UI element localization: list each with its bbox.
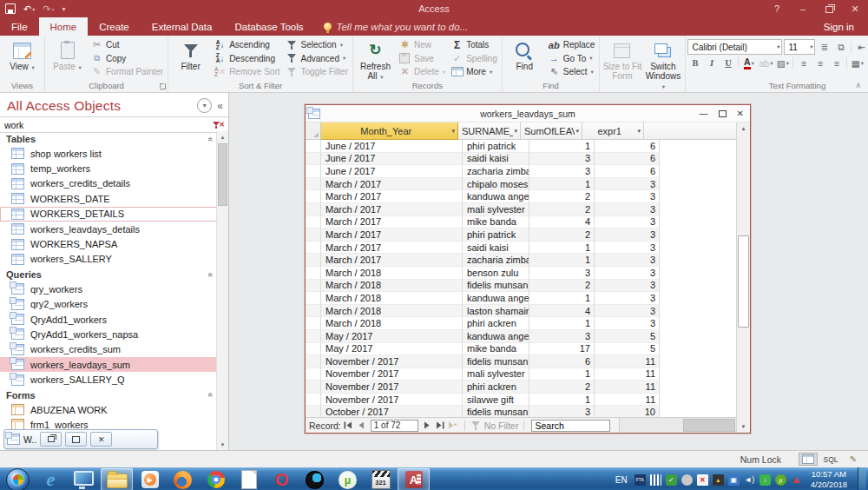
nav-item-workers-sallery-q[interactable]: workers_SALLERY_Q (0, 372, 217, 387)
next-record-button[interactable] (422, 420, 433, 431)
advanced-button[interactable]: Advanced▾ (283, 52, 351, 66)
nav-item-temp-workers[interactable]: temp_workers (0, 161, 217, 175)
cell-month-year[interactable]: March / 2017 (321, 216, 463, 229)
row-selector[interactable] (306, 355, 321, 368)
cell-surname[interactable]: zacharia zimba (463, 254, 529, 267)
minimized-window-bar[interactable]: W.. ✕ (3, 429, 158, 449)
nav-item-workers-details[interactable]: WORKERS_DETAILS (0, 207, 217, 222)
cell-expr1[interactable]: 3 (595, 292, 660, 305)
select-button[interactable]: ⇖Select▾ (545, 65, 598, 79)
cell-surname[interactable]: zacharia zimba (463, 165, 529, 178)
collapse-group-icon[interactable]: « (207, 272, 216, 277)
no-filter-button[interactable]: No Filter (470, 420, 519, 431)
cell-expr1[interactable]: 3 (595, 228, 660, 242)
nav-item-workers-credits-details[interactable]: workers_credits_details (0, 176, 217, 191)
media-player-icon[interactable]: ▶ (134, 468, 166, 490)
nav-item-qry2-workers[interactable]: qry2_workers (0, 297, 217, 312)
restore-window-button[interactable] (40, 432, 62, 447)
row-selector[interactable] (306, 190, 321, 203)
cell-sumofleave[interactable]: 2 (529, 381, 595, 394)
cut-button[interactable]: ✂Cut (88, 38, 166, 52)
windows-explorer-icon[interactable] (101, 468, 133, 490)
nav-item-shop-workers-list[interactable]: shop workers list (0, 146, 217, 161)
copy-button[interactable]: ⧉Copy (88, 52, 166, 66)
messenger-icon[interactable] (681, 474, 693, 486)
column-dropdown-icon[interactable]: ▾ (513, 128, 520, 135)
row-selector[interactable] (306, 406, 321, 417)
row-selector[interactable] (306, 178, 321, 191)
network-warning-icon[interactable]: ▴ (713, 474, 724, 486)
cell-expr1[interactable]: 11 (595, 355, 660, 368)
cell-expr1[interactable]: 3 (595, 203, 660, 216)
fta-icon[interactable]: FTA (635, 474, 646, 486)
filter-button[interactable]: Filter (170, 36, 211, 71)
scroll-thumb[interactable] (738, 235, 749, 328)
cell-surname[interactable]: silavwe gift (463, 394, 529, 407)
cell-expr1[interactable]: 3 (595, 254, 660, 267)
align-right-button[interactable]: ≡ (829, 56, 844, 70)
row-selector[interactable] (306, 381, 321, 394)
cell-month-year[interactable]: June / 2017 (321, 165, 463, 178)
row-selector[interactable] (306, 343, 321, 356)
cell-month-year[interactable]: March / 2017 (321, 228, 463, 242)
cell-surname[interactable]: fidelis munsan (463, 280, 529, 293)
cell-month-year[interactable]: March / 2017 (321, 242, 463, 255)
cell-surname[interactable]: kanduwa angel (463, 292, 529, 305)
cell-expr1[interactable]: 3 (595, 178, 660, 191)
close-window-button[interactable]: ✕ (90, 432, 112, 447)
cell-sumofleave[interactable]: 1 (529, 368, 595, 381)
cell-month-year[interactable]: March / 2018 (321, 317, 463, 330)
volume-icon[interactable]: ◄) (744, 474, 755, 486)
cell-surname[interactable]: benson zulu (463, 267, 529, 280)
collapse-group-icon[interactable]: « (207, 136, 216, 142)
cell-sumofleave[interactable]: 1 (529, 178, 595, 191)
tab-database-tools[interactable]: Database Tools (223, 17, 314, 36)
row-selector[interactable] (306, 228, 321, 242)
row-selector[interactable] (306, 203, 321, 216)
cell-surname[interactable]: phiri patrick (463, 228, 529, 242)
cell-surname[interactable]: kanduwa angel (463, 190, 529, 203)
minimize-button[interactable]: – (790, 0, 816, 17)
cell-surname[interactable]: laston shamain (463, 305, 529, 318)
nav-item-qryadd1-workers-napsa[interactable]: QryAdd1_workers_napsa (0, 327, 217, 341)
help-button[interactable]: ? (764, 0, 790, 17)
tab-create[interactable]: Create (88, 17, 141, 36)
last-record-button[interactable] (435, 420, 446, 431)
nav-item-abuzena-work[interactable]: ABUZENA WORK (0, 402, 217, 417)
nav-item-workers-leavdays-sum[interactable]: workers_leavdays_sum (0, 357, 217, 372)
scroll-down-icon[interactable]: ▼ (217, 439, 228, 450)
column-dropdown-icon[interactable]: ▾ (575, 128, 582, 135)
access-icon[interactable]: A (398, 468, 430, 490)
gridlines-button[interactable]: ▦▾ (850, 56, 865, 70)
cell-expr1[interactable]: 3 (595, 216, 660, 229)
datasheet-view-button[interactable] (799, 453, 818, 466)
highlight-color-button[interactable]: ab▾ (758, 56, 773, 70)
media-app-icon[interactable] (299, 468, 331, 490)
previous-record-button[interactable] (356, 420, 367, 431)
horizontal-scrollbar[interactable] (619, 418, 736, 433)
language-indicator[interactable]: EN (615, 475, 628, 485)
scroll-up-icon[interactable]: ▲ (217, 131, 228, 142)
font-name-select[interactable]: Calibri (Detail)▾ (687, 39, 782, 55)
cell-expr1[interactable]: 11 (595, 368, 660, 381)
sign-in-link[interactable]: Sign in (824, 17, 868, 36)
cell-month-year[interactable]: June / 2017 (321, 140, 463, 153)
cell-month-year[interactable]: March / 2017 (321, 254, 463, 267)
show-desktop-button[interactable] (858, 467, 866, 490)
idm-icon[interactable]: ↓ (760, 474, 771, 486)
tab-home[interactable]: Home (39, 17, 89, 36)
cell-month-year[interactable]: March / 2017 (321, 190, 463, 203)
nav-item-workers-sallery[interactable]: workers_SALLERY (0, 252, 217, 267)
italic-button[interactable]: I (704, 56, 719, 70)
tell-me-box[interactable]: Tell me what you want to do... (315, 17, 477, 36)
cell-month-year[interactable]: March / 2018 (321, 267, 463, 280)
first-record-button[interactable] (343, 420, 354, 431)
firefox-icon[interactable] (167, 468, 199, 490)
cell-surname[interactable]: fidelis munsan (463, 406, 529, 417)
datasheet-close-button[interactable]: ✕ (737, 109, 744, 118)
display-settings-tray-icon[interactable]: ▣ (728, 474, 740, 486)
cell-month-year[interactable]: May / 2017 (321, 343, 463, 356)
scroll-up-icon[interactable]: ▲ (737, 122, 750, 135)
cell-sumofleave[interactable]: 17 (529, 343, 595, 356)
mpc-321-icon[interactable]: 321 (365, 468, 397, 490)
